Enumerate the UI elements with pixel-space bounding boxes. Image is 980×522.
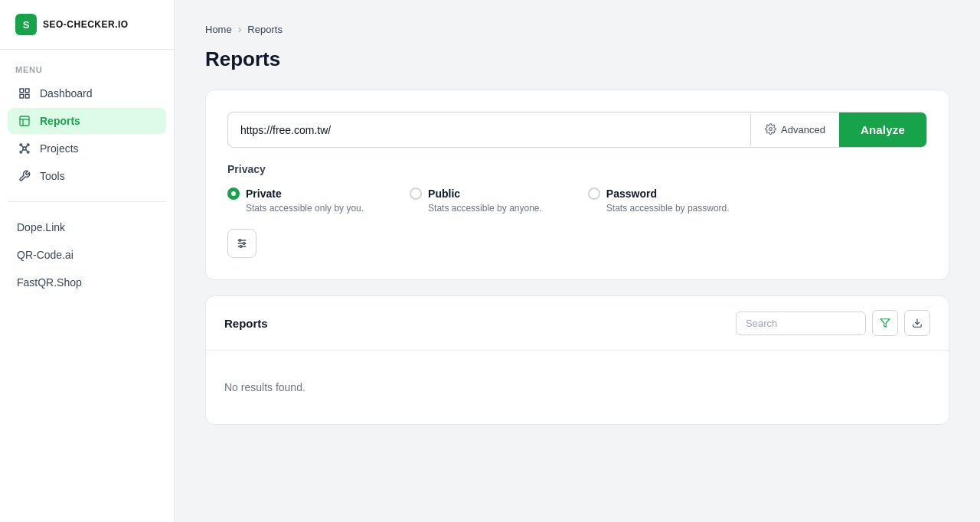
analyze-button[interactable]: Analyze [839, 113, 926, 147]
svg-line-14 [22, 149, 24, 151]
svg-rect-4 [20, 116, 29, 126]
projects-label: Projects [40, 142, 79, 155]
table-header: Reports [206, 296, 949, 351]
filter-settings-button[interactable] [227, 229, 256, 258]
privacy-option-public: Public Stats accessible by anyone. [410, 188, 542, 214]
privacy-option-password: Password Stats accessible by password. [588, 188, 730, 214]
password-label: Password [606, 188, 657, 200]
svg-line-13 [25, 146, 27, 148]
svg-point-11 [27, 151, 29, 153]
reports-table-card: Reports No resul [205, 295, 949, 425]
logo-icon: S [15, 14, 37, 35]
sidebar: S SEO-CHECKER.IO MENU Dashboard Reports [0, 0, 175, 522]
filter-icon [880, 318, 890, 328]
radio-dot [231, 191, 236, 196]
private-label: Private [246, 188, 282, 200]
tools-icon [17, 170, 32, 182]
table-title: Reports [224, 317, 268, 330]
search-input-wrap [736, 312, 866, 335]
svg-rect-0 [20, 89, 24, 93]
sidebar-item-projects[interactable]: Projects [8, 135, 166, 161]
password-radio[interactable] [588, 188, 600, 200]
filter-button[interactable] [872, 310, 898, 336]
svg-rect-3 [25, 94, 29, 98]
svg-rect-1 [25, 89, 29, 93]
svg-point-22 [240, 246, 242, 248]
password-radio-row[interactable]: Password [588, 188, 730, 200]
svg-line-12 [22, 146, 24, 148]
main-card: Advanced Analyze Privacy Private Stats a… [205, 90, 949, 280]
breadcrumb-separator: › [238, 23, 242, 35]
reports-icon [17, 115, 32, 127]
svg-point-21 [243, 243, 245, 245]
no-results-text: No results found. [206, 351, 949, 424]
menu-label: MENU [0, 50, 174, 80]
main-content: Home › Reports Reports Advanced Analyze … [175, 0, 980, 522]
password-desc: Stats accessible by password. [606, 203, 730, 214]
privacy-label: Privacy [227, 163, 927, 175]
tools-label: Tools [40, 170, 65, 182]
reports-label: Reports [40, 115, 80, 127]
private-radio-row[interactable]: Private [227, 188, 364, 200]
svg-line-15 [25, 149, 27, 151]
url-input-row: Advanced Analyze [227, 112, 927, 148]
dashboard-label: Dashboard [40, 87, 93, 100]
download-icon [912, 318, 923, 328]
sidebar-link-dope[interactable]: Dope.Link [8, 214, 166, 240]
logo-area: S SEO-CHECKER.IO [0, 0, 174, 50]
sidebar-item-tools[interactable]: Tools [8, 163, 166, 189]
dashboard-icon [17, 87, 32, 100]
privacy-options: Private Stats accessible only by you. Pu… [227, 188, 927, 214]
public-label: Public [428, 188, 460, 200]
sidebar-item-dashboard[interactable]: Dashboard [8, 80, 166, 106]
projects-icon [17, 142, 32, 155]
advanced-label: Advanced [781, 124, 825, 135]
breadcrumb-current: Reports [247, 24, 283, 35]
private-desc: Stats accessible only by you. [246, 203, 364, 214]
sliders-icon [236, 237, 248, 250]
sidebar-link-fastqr[interactable]: FastQR.Shop [8, 269, 166, 295]
gear-icon [765, 123, 776, 137]
svg-marker-23 [880, 319, 890, 328]
svg-point-9 [27, 144, 29, 146]
svg-point-8 [20, 144, 22, 146]
breadcrumb-home[interactable]: Home [205, 24, 232, 35]
sidebar-links: Dope.Link QR-Code.ai FastQR.Shop [0, 214, 174, 295]
svg-point-16 [769, 127, 773, 130]
url-input[interactable] [228, 113, 750, 147]
page-title: Reports [205, 47, 949, 71]
public-radio-row[interactable]: Public [410, 188, 542, 200]
sidebar-divider [8, 201, 166, 202]
sidebar-link-qrcode[interactable]: QR-Code.ai [8, 242, 166, 268]
svg-point-20 [239, 240, 241, 242]
search-input[interactable] [736, 312, 866, 335]
privacy-option-private: Private Stats accessible only by you. [227, 188, 364, 214]
public-radio[interactable] [410, 188, 422, 200]
breadcrumb: Home › Reports [205, 23, 949, 35]
table-actions [736, 310, 930, 336]
svg-point-10 [20, 151, 22, 153]
advanced-button[interactable]: Advanced [750, 114, 839, 146]
download-button[interactable] [904, 310, 930, 336]
logo-text: SEO-CHECKER.IO [43, 19, 129, 30]
private-radio[interactable] [227, 188, 240, 200]
sidebar-nav: Dashboard Reports Projects [0, 80, 174, 189]
sidebar-item-reports[interactable]: Reports [8, 108, 166, 134]
public-desc: Stats accessible by anyone. [428, 203, 542, 214]
svg-rect-2 [20, 94, 24, 98]
